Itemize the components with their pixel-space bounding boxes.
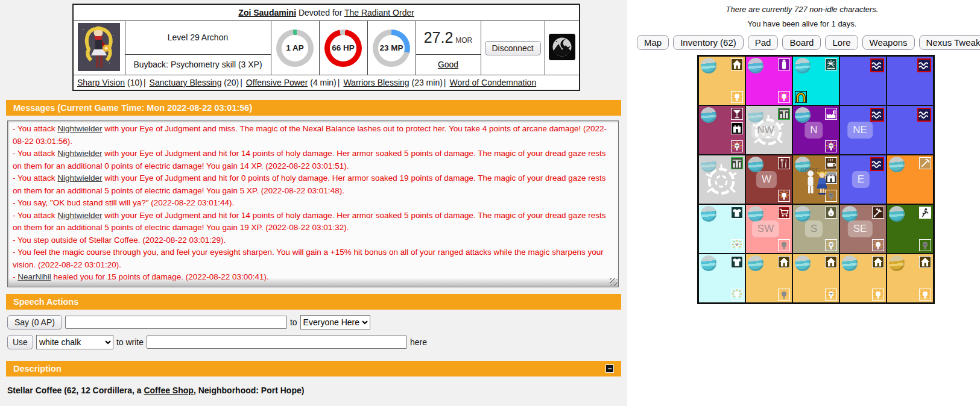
skill-suffix: (4 min) — [308, 78, 336, 87]
map-tile-s[interactable]: ¥S — [792, 204, 839, 254]
use-item-select[interactable]: white chalk — [36, 335, 113, 349]
skill-separator: | — [240, 78, 242, 87]
skill-separator: | — [444, 78, 446, 87]
tab-board[interactable]: Board — [782, 35, 821, 50]
tab-lore[interactable]: Lore — [825, 35, 858, 50]
map-tile-r4c1[interactable] — [698, 204, 745, 254]
skull-unlit-icon — [919, 239, 931, 251]
map-tile-se[interactable]: SE — [839, 204, 887, 254]
character-link[interactable]: NearNihil — [52, 285, 86, 288]
skill-link[interactable]: Word of Condemnation — [449, 78, 536, 87]
skill-link[interactable]: Warriors Blessing — [343, 78, 409, 87]
skill-link[interactable]: Sharp Vision — [77, 78, 125, 87]
collapse-icon[interactable]: − — [605, 364, 614, 373]
svg-text:¥: ¥ — [830, 211, 832, 216]
tshirt-icon — [731, 256, 743, 268]
character-link[interactable]: Nightwielder — [57, 124, 102, 133]
write-input[interactable] — [147, 336, 407, 349]
ap-value: 1 AP — [276, 30, 314, 67]
say-input[interactable] — [65, 316, 287, 329]
tab-map[interactable]: Map — [637, 35, 669, 50]
factory-icon — [825, 108, 837, 120]
tab-pad[interactable]: Pad — [748, 35, 779, 50]
map-tile-nw[interactable]: NW — [745, 105, 792, 155]
faction-link[interactable]: The Radiant Order — [344, 8, 414, 17]
map-tile-sw[interactable]: SW — [745, 204, 792, 254]
map-tile-r3c3[interactable]: enter — [792, 155, 839, 204]
tab-inventory-62[interactable]: Inventory (62) — [673, 35, 744, 50]
skill-link[interactable]: Sanctuary Blessing — [150, 78, 222, 87]
disconnect-button[interactable]: Disconnect — [485, 41, 541, 55]
say-button[interactable]: Say (0 AP) — [7, 315, 62, 329]
map-tile-w[interactable]: W — [745, 155, 792, 204]
use-row: Use white chalk to write here — [7, 335, 627, 349]
game-main-column: Zoi Saudamini Devoted for The Radiant Or… — [0, 0, 627, 406]
map-tile-r1c4[interactable] — [839, 56, 887, 105]
map-tile-e[interactable]: E — [839, 155, 887, 204]
lamp-unlit-icon — [778, 239, 790, 251]
character-name-link[interactable]: Zoi Saudamini — [238, 8, 296, 17]
house-icon — [731, 58, 743, 70]
map-tile-r5c5[interactable] — [887, 254, 934, 303]
skill-suffix: (10) — [125, 78, 142, 87]
map-tile-r5c3[interactable] — [792, 254, 839, 303]
skill-separator: | — [338, 78, 340, 87]
alive-days-note: You have been alive for 1 days. — [645, 19, 959, 28]
house-icon — [825, 256, 837, 268]
say-target-select[interactable]: Everyone Here — [300, 315, 370, 329]
map-tile-r3c5[interactable] — [887, 155, 934, 204]
globe-icon — [842, 206, 858, 222]
tab-nexus-tweaks[interactable]: Nexus Tweaks — [919, 35, 980, 50]
morale-unit: MOR — [455, 36, 472, 45]
mp-cell: 23 MP — [367, 21, 416, 75]
character-link[interactable]: Nightwielder — [57, 149, 102, 158]
map-tile-r5c2[interactable] — [745, 254, 792, 303]
buyback-info: Buyback: Psychometry skill (3 XP) — [125, 54, 271, 75]
character-link[interactable]: Nightwielder — [57, 211, 102, 220]
globe-icon — [795, 58, 811, 73]
map-tile-n[interactable]: N — [792, 105, 839, 155]
landmark-icon — [778, 108, 790, 120]
globe-icon — [701, 255, 716, 271]
map-tile-r1c5[interactable] — [887, 56, 934, 105]
messages-header-bar: Messages (Current Game Time: Mon 2022-08… — [6, 100, 621, 116]
globe-icon — [795, 206, 811, 222]
lamp-lit-icon — [872, 289, 884, 301]
message-line: - You attack Nightwielder with your Eye … — [13, 123, 613, 148]
direction-label: N — [805, 122, 823, 139]
map-tile-r5c4[interactable] — [839, 254, 887, 303]
map-tile-r2c1[interactable] — [698, 105, 745, 155]
messages-box[interactable]: - You attack Nightwielder with your Eye … — [7, 120, 619, 287]
ap-cell: 1 AP — [271, 21, 319, 75]
map-tile-r1c3[interactable] — [792, 56, 839, 105]
map-tile-ne[interactable]: NE — [839, 105, 887, 155]
map-tile-r2c5[interactable] — [887, 105, 934, 155]
lamp-lit-icon — [731, 91, 743, 103]
area-map: NWNNEWenterESW¥SSE — [697, 55, 935, 304]
map-tile-r5c1[interactable] — [698, 254, 745, 303]
description-header: Description — [13, 364, 62, 373]
character-panel: Zoi Saudamini Devoted for The Radiant Or… — [72, 4, 580, 91]
map-tile-r1c1[interactable] — [698, 56, 745, 105]
lamp-lit-icon — [731, 289, 743, 301]
location-type-link[interactable]: Coffee Shop — [144, 386, 193, 395]
tab-weapons[interactable]: Weapons — [862, 35, 915, 50]
direction-label: SE — [848, 220, 873, 237]
resize-grip-icon[interactable] — [610, 278, 618, 286]
game-logo — [545, 21, 580, 75]
map-tile-r1c2[interactable] — [745, 56, 792, 105]
landmark-icon — [731, 157, 743, 169]
character-link[interactable]: NearNihil — [17, 272, 51, 281]
character-link[interactable]: Nightwielder — [57, 173, 102, 183]
map-tile-r3c1[interactable] — [698, 155, 745, 204]
morale-status-link[interactable]: Good — [438, 60, 458, 69]
globe-icon — [889, 206, 905, 222]
sidebar-tabs: MapInventory (62)PadBoardLoreWeaponsNexu… — [637, 35, 980, 50]
map-tile-r4c5[interactable] — [887, 204, 934, 254]
message-line: - You feel the magic course through you,… — [13, 246, 613, 271]
martini-icon — [731, 108, 743, 120]
skill-link[interactable]: Offensive Power — [246, 78, 308, 87]
use-button[interactable]: Use — [7, 335, 33, 349]
devotion-text: Devoted for — [299, 8, 344, 17]
mp-value: 23 MP — [373, 30, 410, 67]
